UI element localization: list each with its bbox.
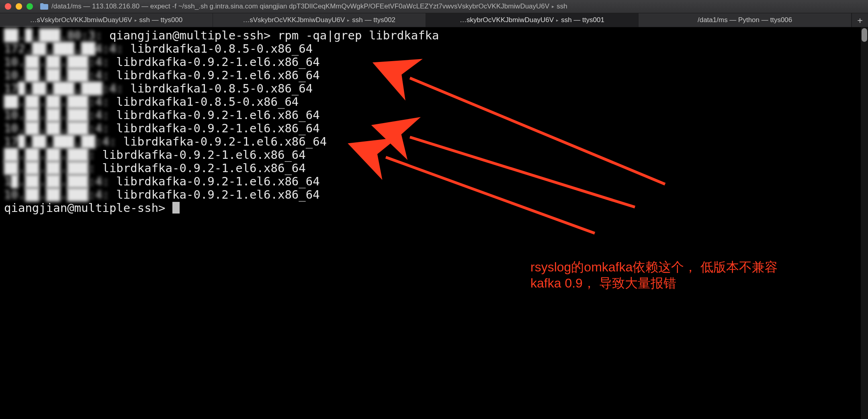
terminal-line: ██.█.███.80:3: qiangjian@multiple-ssh> r… <box>4 29 864 42</box>
tab-label: …skybrOcVKKJbmiwDuayU6V <box>460 16 554 24</box>
scrollbar-thumb[interactable] <box>862 28 867 42</box>
terminal-pane[interactable]: ██.█.███.80:3: qiangjian@multiple-ssh> r… <box>0 27 868 419</box>
tab-label: …sVskybrOcVKKJbmiwDuayU6V <box>243 16 345 24</box>
tab-ttys000[interactable]: …sVskybrOcVKKJbmiwDuayU6V ▸ ssh — ttys00… <box>0 13 213 27</box>
window-title-suffix: ssh <box>557 2 567 10</box>
folder-icon <box>40 3 48 10</box>
window-traffic-lights <box>5 3 33 10</box>
tab-bar: …sVskybrOcVKKJbmiwDuayU6V ▸ ssh — ttys00… <box>0 13 868 27</box>
tab-ttys001[interactable]: …skybrOcVKKJbmiwDuayU6V ▸ ssh — ttys001 <box>426 13 639 27</box>
window-minimize-button[interactable] <box>16 3 22 10</box>
terminal-line: ██.██.██.███: librdkafka-0.9.2-1.el6.x86… <box>4 162 864 175</box>
window-title: /data1/ms — 113.108.216.80 — expect -f ~… <box>40 2 863 10</box>
annotation-line1: rsyslog的omkafka依赖这个， 低版本不兼容 <box>530 259 778 275</box>
plus-icon: + <box>857 15 862 25</box>
chevron-right-icon: ▸ <box>135 18 137 23</box>
window-maximize-button[interactable] <box>27 3 33 10</box>
scrollbar-track[interactable] <box>861 27 868 419</box>
terminal-line: ██.██.██.███:4: librdkafka1-0.8.5-0.x86_… <box>4 95 864 109</box>
new-tab-button[interactable]: + <box>852 13 868 27</box>
tab-label: ssh — ttys000 <box>139 16 183 24</box>
chevron-right-icon: ▸ <box>347 18 350 23</box>
terminal-line: 10.██.██.███:4: librdkafka-0.9.2-1.el6.x… <box>4 188 864 201</box>
tab-ttys006[interactable]: /data1/ms — Python — ttys006 <box>639 13 852 27</box>
window-close-button[interactable] <box>5 3 11 10</box>
terminal-line: 10.██.██.███:4: librdkafka-0.9.2-1.el6.x… <box>4 69 864 82</box>
window-title-path: /data1/ms — 113.108.216.80 — expect -f ~… <box>51 2 549 10</box>
tab-label: /data1/ms — Python — ttys006 <box>698 16 792 24</box>
terminal-line: 17█.██.███.██:4: librdkafka-0.9.2-1.el6.… <box>4 135 864 148</box>
terminal-line: ██.██.██.███: librdkafka-0.9.2-1.el6.x86… <box>4 148 864 162</box>
chevron-right-icon: ▸ <box>556 18 559 23</box>
terminal-line: 17█.██.███.███:4: librdkafka1-0.8.5-0.x8… <box>4 82 864 95</box>
window-titlebar: /data1/ms — 113.108.216.80 — expect -f ~… <box>0 0 868 13</box>
tab-ttys002[interactable]: …sVskybrOcVKKJbmiwDuayU6V ▸ ssh — ttys00… <box>213 13 426 27</box>
terminal-line: 10.██.██.███:4: librdkafka-0.9.2-1.el6.x… <box>4 55 864 69</box>
terminal-line: 172.██.███.██4:4: librdkafka1-0.8.5-0.x8… <box>4 42 864 55</box>
terminal-line: 1█.██.██.███:4: librdkafka-0.9.2-1.el6.x… <box>4 175 864 188</box>
terminal-output: ██.█.███.80:3: qiangjian@multiple-ssh> r… <box>0 27 868 215</box>
tab-label: …sVskybrOcVKKJbmiwDuayU6V <box>30 16 132 24</box>
annotation-line2: kafka 0.9， 导致大量报错 <box>530 275 778 291</box>
terminal-cursor <box>172 202 180 214</box>
chevron-right-icon: ▸ <box>552 4 554 9</box>
tab-label: ssh — ttys001 <box>561 16 604 24</box>
terminal-line: qiangjian@multiple-ssh> <box>4 201 864 215</box>
terminal-line: 10.██.██.███:4: librdkafka-0.9.2-1.el6.x… <box>4 122 864 135</box>
terminal-line: 10.██.██.███:4: librdkafka-0.9.2-1.el6.x… <box>4 109 864 122</box>
annotation-text: rsyslog的omkafka依赖这个， 低版本不兼容 kafka 0.9， 导… <box>530 259 778 291</box>
tab-label: ssh — ttys002 <box>352 16 395 24</box>
